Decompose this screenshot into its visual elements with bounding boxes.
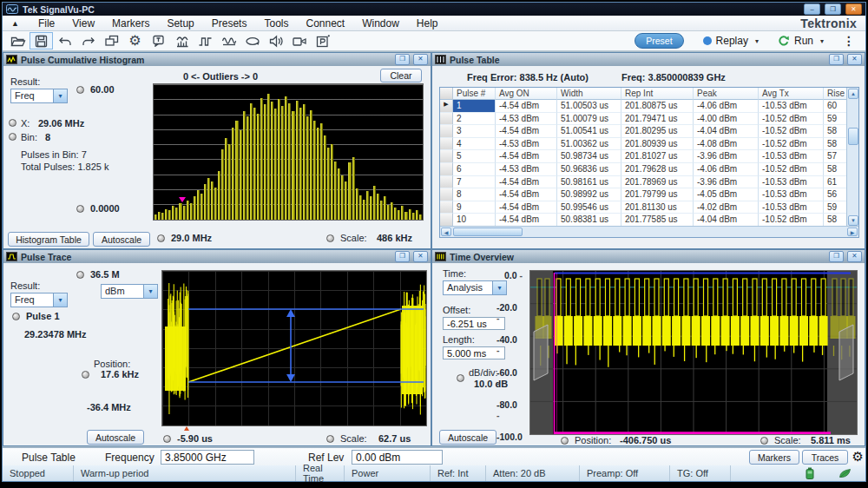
row-selector-cell[interactable]: ▶ (440, 100, 453, 113)
column-header[interactable]: Rise (824, 88, 847, 100)
trace-overwrite-icon[interactable] (217, 32, 240, 49)
row-selector-cell[interactable] (440, 214, 453, 227)
displays-icon[interactable] (100, 32, 123, 49)
adjust-knob-icon[interactable] (9, 133, 16, 141)
run-control[interactable]: Run ▾ (778, 35, 824, 47)
row-selector-cell[interactable] (440, 188, 453, 201)
close-panel-button[interactable]: ✕ (413, 54, 428, 65)
menu-item-window[interactable]: Window (353, 16, 408, 30)
adjust-knob-icon[interactable] (326, 234, 334, 242)
column-header[interactable]: Avg Tx (759, 88, 824, 100)
marker-tag-icon[interactable] (147, 32, 170, 49)
adjust-knob-icon[interactable] (561, 437, 569, 445)
frequency-input[interactable] (161, 450, 254, 465)
column-header[interactable]: Pulse # (453, 88, 496, 100)
horizontal-scrollbar[interactable]: ◀ ▶ (440, 226, 858, 237)
adjust-knob-icon[interactable] (326, 435, 334, 443)
ref-lev-input[interactable] (352, 450, 443, 465)
menu-item-presets[interactable]: Presets (203, 16, 256, 30)
row-selector-cell[interactable] (440, 176, 453, 189)
adjust-knob-icon[interactable] (82, 371, 89, 379)
scroll-down-icon[interactable]: ▼ (848, 215, 858, 226)
column-header[interactable]: Rep Int (621, 88, 694, 100)
audio-demod-icon[interactable] (264, 32, 287, 49)
pulse-number-readout[interactable]: Pulse 1 (26, 311, 60, 321)
position-value[interactable]: -406.750 us (620, 435, 671, 445)
menu-item-setup[interactable]: Setup (158, 16, 202, 30)
spin-view-icon[interactable] (240, 32, 264, 49)
replay-control[interactable]: Replay ▾ (703, 35, 759, 47)
scroll-up-icon[interactable]: ▲ (848, 89, 858, 99)
scale-value[interactable]: 62.7 us (378, 433, 411, 444)
scale-value[interactable]: 5.811 ms (811, 435, 851, 445)
open-folder-icon[interactable] (6, 32, 30, 49)
save-icon[interactable] (30, 32, 53, 49)
trace-x-start[interactable]: -5.90 us (177, 433, 213, 444)
histogram-y-min[interactable]: 0.0000 (90, 203, 120, 214)
result-select[interactable]: Freq Dev ▾ (10, 293, 68, 307)
restore-panel-button[interactable]: ❐ (829, 54, 844, 65)
autoscale-button[interactable]: Autoscale (93, 232, 150, 247)
autoscale-button[interactable]: Autoscale (439, 430, 496, 445)
histogram-icon[interactable] (170, 32, 194, 49)
adjust-knob-icon[interactable] (157, 234, 165, 242)
table-row[interactable]: 3-4.54 dBm51.00541 us201.80295 us-4.04 d… (440, 125, 858, 138)
chevron-down-icon[interactable]: ▾ (53, 89, 67, 102)
vertical-scrollbar[interactable]: ▲ ▼ (846, 88, 858, 227)
chevron-down-icon[interactable]: ▾ (53, 293, 67, 307)
adjust-knob-icon[interactable] (9, 119, 16, 127)
histogram-x-start[interactable]: 29.0 MHz (171, 233, 212, 243)
row-selector-cell[interactable] (440, 163, 453, 176)
row-selector-cell[interactable] (440, 138, 453, 151)
scroll-right-icon[interactable]: ▶ (847, 228, 858, 236)
close-panel-button[interactable]: ✕ (847, 54, 862, 65)
table-row[interactable]: 2-4.53 dBm51.00079 us201.79471 us-4.00 d… (440, 113, 858, 126)
adjust-knob-icon[interactable] (163, 435, 171, 443)
units-select[interactable]: dBm ▾ (101, 284, 158, 299)
traces-button[interactable]: Traces (802, 450, 848, 465)
row-selector-cell[interactable] (440, 125, 453, 138)
time-overview-chart[interactable] (529, 270, 858, 435)
trace-y-max[interactable]: 36.5 M (90, 269, 120, 280)
table-row[interactable]: 5-4.54 dBm50.98734 us201.81027 us-3.96 d… (440, 150, 858, 163)
scrollbar-thumb[interactable] (848, 128, 858, 145)
row-selector-cell[interactable] (440, 150, 453, 163)
trace-y-min[interactable]: -36.4 MHz (87, 402, 131, 412)
histogram-y-max[interactable]: 60.00 (90, 84, 115, 95)
adjust-knob-icon[interactable] (12, 313, 20, 320)
preset-button[interactable]: Preset (635, 33, 683, 49)
adjust-knob-icon[interactable] (76, 205, 84, 213)
table-row[interactable]: 6-4.53 dBm50.96836 us201.79628 us-4.06 d… (440, 163, 858, 176)
clear-button[interactable]: Clear (380, 69, 422, 82)
column-header[interactable]: Peak (694, 88, 759, 100)
histogram-panel-header[interactable]: Pulse Cumulative Histogram ❐ ✕ (3, 53, 431, 66)
scroll-left-icon[interactable]: ◀ (441, 228, 451, 236)
time-overview-panel-header[interactable]: Time Overview ❐ ✕ (432, 250, 865, 263)
chevron-down-icon[interactable]: ▾ (755, 37, 759, 45)
trace-position-marker[interactable] (184, 426, 189, 431)
table-row[interactable]: ▶1-4.54 dBm51.00503 us201.80875 us-4.06 … (440, 100, 858, 113)
pulse-table[interactable]: Pulse #Avg ONWidthRep IntPeakAvg TxRise▶… (439, 87, 859, 238)
table-row[interactable]: 4-4.53 dBm51.00362 us201.80939 us-4.08 d… (440, 138, 858, 151)
pulse-trace-panel-header[interactable]: Pulse Trace ❐ ✕ (3, 250, 431, 263)
table-row[interactable]: 10-4.54 dBm50.98381 us201.77585 us-4.04 … (440, 214, 858, 227)
close-panel-button[interactable]: ✕ (847, 251, 862, 262)
redo-icon[interactable] (76, 32, 100, 49)
menu-item-view[interactable]: View (63, 16, 103, 30)
menu-item-markers[interactable]: Markers (103, 16, 158, 30)
table-row[interactable]: 8-4.54 dBm50.98992 us201.79799 us-4.05 d… (440, 188, 858, 201)
pulse-table-panel-header[interactable]: Pulse Table ❐ ✕ (432, 53, 865, 66)
table-row[interactable]: 9-4.54 dBm50.99546 us201.81130 us-4.02 d… (440, 201, 858, 214)
adjust-knob-icon[interactable] (76, 271, 84, 279)
autoscale-button[interactable]: Autoscale (87, 430, 144, 445)
close-panel-button[interactable]: ✕ (413, 251, 428, 262)
restore-panel-button[interactable]: ❐ (829, 251, 844, 262)
row-selector-cell[interactable] (440, 113, 453, 126)
restore-panel-button[interactable]: ❐ (395, 54, 410, 65)
adjust-knob-icon[interactable] (760, 437, 768, 445)
table-row[interactable]: 7-4.54 dBm50.98161 us201.78969 us-3.96 d… (440, 176, 858, 189)
row-selector-cell[interactable] (440, 201, 453, 214)
menu-item-tools[interactable]: Tools (255, 16, 297, 30)
acquisition-camera-icon[interactable] (287, 32, 311, 49)
adjust-knob-icon[interactable] (457, 374, 464, 382)
